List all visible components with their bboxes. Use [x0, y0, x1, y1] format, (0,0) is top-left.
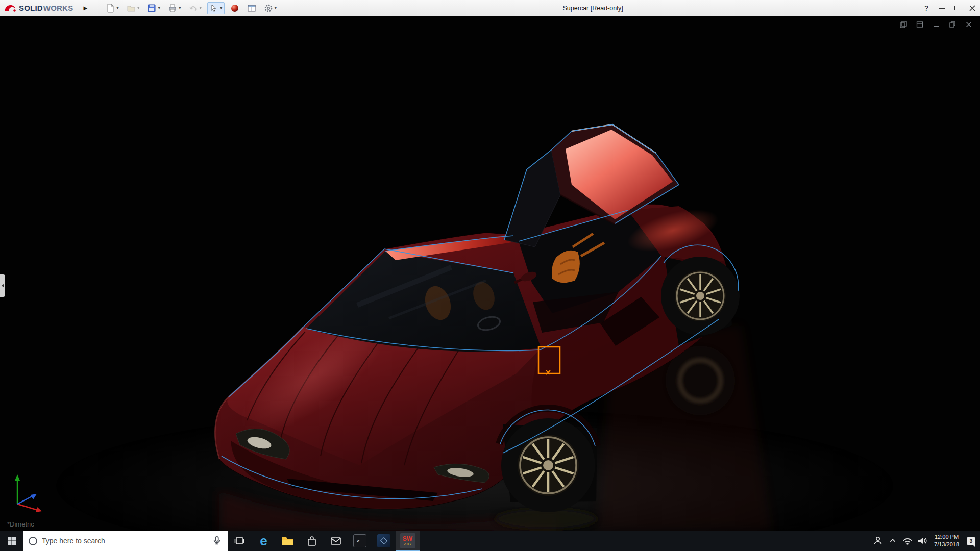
- doc-restore-icon: [949, 21, 956, 28]
- people-tray-button[interactable]: [871, 531, 885, 551]
- taskbar-app-file-explorer[interactable]: [276, 531, 300, 551]
- dassault-ds-icon: [4, 4, 16, 12]
- store-bag-icon: [306, 535, 318, 546]
- select-tool-button[interactable]: ▾: [207, 2, 225, 14]
- window-controls: ?: [919, 0, 980, 16]
- help-button[interactable]: ?: [919, 0, 934, 16]
- sw-label: SW: [403, 536, 412, 542]
- print-button[interactable]: ▾: [166, 2, 183, 14]
- taskbar-app-mail[interactable]: [324, 531, 348, 551]
- task-view-button[interactable]: [228, 531, 252, 551]
- view-palette-button[interactable]: [245, 2, 258, 14]
- volume-tray-button[interactable]: [915, 531, 929, 551]
- open-folder-icon: [127, 4, 136, 13]
- doc-close-button[interactable]: [965, 20, 973, 29]
- graphics-viewport[interactable]: *Dimetric: [0, 16, 980, 531]
- maximize-button[interactable]: [949, 0, 965, 16]
- windows-logo-icon: [6, 535, 17, 546]
- task-view-icon: [234, 535, 246, 546]
- windows-taskbar: e >_: [0, 531, 980, 551]
- panel-expand-tab[interactable]: [0, 274, 5, 297]
- select-cursor-icon: [209, 4, 218, 13]
- doc-restore-button[interactable]: [948, 20, 957, 29]
- save-floppy-icon: [147, 4, 156, 13]
- car-3d-model[interactable]: [0, 16, 980, 531]
- options-gear-icon: [264, 4, 273, 13]
- doc-close-icon: [965, 21, 972, 28]
- taskbar-app-blue[interactable]: [372, 531, 396, 551]
- dropdown-caret-icon[interactable]: ▾: [275, 6, 277, 10]
- taskbar-clock[interactable]: 12:00 PM 7/13/2018: [930, 531, 963, 551]
- console-glyph: >_: [357, 538, 362, 543]
- start-button[interactable]: [0, 531, 23, 551]
- dropdown-caret-icon[interactable]: ▾: [199, 6, 202, 10]
- screen: SOLID WORKS ▶ ▾ ▾: [0, 0, 980, 551]
- action-center-icon: 3: [967, 537, 975, 545]
- edge-icon: e: [260, 534, 267, 547]
- network-tray-button[interactable]: [900, 531, 914, 551]
- taskbar-app-console[interactable]: >_: [348, 531, 372, 551]
- clock-date: 7/13/2018: [934, 541, 959, 548]
- new-document-button[interactable]: ▾: [104, 2, 121, 14]
- collapse-arrow-icon: [2, 284, 4, 288]
- close-button[interactable]: [965, 0, 980, 16]
- view-palette-icon: [247, 4, 256, 13]
- wifi-icon: [902, 535, 913, 546]
- dropdown-caret-icon[interactable]: ▾: [179, 6, 181, 10]
- taskbar-app-solidworks-2017[interactable]: SW 2017: [396, 531, 420, 551]
- clock-time: 12:00 PM: [935, 533, 959, 541]
- doc-minimize-button[interactable]: [932, 20, 940, 29]
- sw-year: 2017: [404, 542, 412, 546]
- dropdown-caret-icon[interactable]: ▾: [137, 6, 140, 10]
- quick-access-toolbar: ▾ ▾ ▾: [104, 2, 279, 14]
- options-button[interactable]: ▾: [262, 2, 279, 14]
- appearance-sphere-icon: [230, 4, 239, 13]
- dropdown-caret-icon[interactable]: ▾: [158, 6, 160, 10]
- doc-cascade-button[interactable]: [899, 20, 908, 29]
- brand-works-text: WORKS: [43, 4, 74, 12]
- view-orientation-label: *Dimetric: [7, 520, 34, 528]
- taskbar-app-store[interactable]: [300, 531, 324, 551]
- search-input[interactable]: [42, 537, 207, 545]
- system-tray: 12:00 PM 7/13/2018 3: [871, 531, 980, 551]
- edit-appearance-button[interactable]: [228, 2, 241, 14]
- titlebar: SOLID WORKS ▶ ▾ ▾: [0, 0, 980, 16]
- open-button[interactable]: ▾: [125, 2, 142, 14]
- microphone-icon[interactable]: [211, 535, 223, 546]
- blue-app-icon: [377, 534, 390, 547]
- document-window-controls: [899, 20, 973, 29]
- front-wheel: [499, 408, 597, 512]
- notification-badge: 3: [970, 538, 973, 544]
- orientation-triad: [8, 469, 54, 516]
- dropdown-caret-icon[interactable]: ▾: [116, 6, 119, 10]
- close-icon: [969, 5, 975, 11]
- person-icon: [872, 535, 884, 546]
- save-button[interactable]: ▾: [145, 2, 162, 14]
- cube-glyph-icon: [380, 537, 387, 544]
- cortana-icon: [29, 537, 37, 545]
- window-icon: [916, 21, 923, 28]
- dropdown-caret-icon[interactable]: ▾: [220, 6, 223, 10]
- minimize-icon: [939, 8, 945, 9]
- doc-new-window-button[interactable]: [916, 20, 924, 29]
- undo-button[interactable]: ▾: [186, 2, 204, 14]
- menu-flyout-button[interactable]: ▶: [81, 5, 89, 11]
- new-document-icon: [106, 4, 115, 13]
- chevron-up-icon: [888, 536, 898, 546]
- undo-icon: [188, 4, 198, 13]
- action-center-button[interactable]: 3: [964, 531, 978, 551]
- taskbar-search[interactable]: [23, 531, 228, 551]
- brand-solid-text: SOLID: [19, 4, 43, 12]
- cascade-windows-icon: [900, 21, 907, 28]
- file-explorer-icon: [282, 536, 294, 546]
- print-icon: [168, 4, 177, 13]
- solidworks-logo: SOLID WORKS: [4, 4, 73, 12]
- tray-overflow-button[interactable]: [886, 531, 899, 551]
- taskbar-app-edge[interactable]: e: [252, 531, 276, 551]
- speaker-icon: [917, 535, 928, 546]
- console-icon: >_: [353, 534, 366, 547]
- minimize-button[interactable]: [934, 0, 949, 16]
- document-title: Supercar [Read-only]: [563, 0, 623, 16]
- solidworks-2017-icon: SW 2017: [400, 533, 415, 548]
- maximize-icon: [954, 6, 960, 10]
